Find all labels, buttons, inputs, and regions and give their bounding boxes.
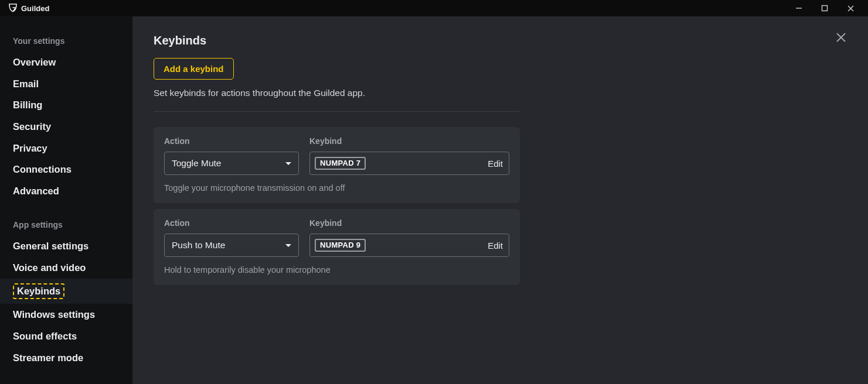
action-label: Action — [164, 136, 299, 146]
page-title: Keybinds — [154, 34, 847, 47]
action-select[interactable]: Push to Mute — [164, 234, 299, 257]
window-maximize-button[interactable] — [812, 0, 838, 16]
sidebar-item-advanced[interactable]: Advanced — [0, 180, 132, 202]
add-keybind-button[interactable]: Add a keybind — [154, 58, 234, 80]
chevron-down-icon — [285, 244, 291, 247]
sidebar-item-connections[interactable]: Connections — [0, 159, 132, 180]
action-label: Action — [164, 218, 299, 228]
guilded-logo-icon — [8, 3, 18, 14]
sidebar-item-label: Email — [13, 78, 39, 89]
keybind-chip: NUMPAD 7 — [315, 157, 366, 170]
sidebar-item-label: Voice and video — [13, 262, 86, 273]
sidebar-item-overview[interactable]: Overview — [0, 52, 132, 73]
sidebar-item-label: General settings — [13, 241, 88, 251]
keybind-description: Hold to temporarily disable your microph… — [164, 265, 509, 275]
sidebar-item-streamer-mode[interactable]: Streamer mode — [0, 347, 132, 369]
keybinds-help-text: Set keybinds for actions throughout the … — [154, 88, 847, 98]
sidebar-item-label: Keybinds — [13, 283, 64, 300]
keybind-label: Keybind — [309, 218, 509, 228]
sidebar-item-label: Sound effects — [13, 331, 77, 341]
sidebar-item-sound-effects[interactable]: Sound effects — [0, 325, 132, 347]
action-select[interactable]: Toggle Mute — [164, 152, 299, 175]
action-select-value: Push to Mute — [172, 240, 225, 251]
divider — [154, 111, 520, 112]
settings-sidebar: Your settings Overview Email Billing Sec… — [0, 16, 132, 384]
sidebar-item-windows-settings[interactable]: Windows settings — [0, 304, 132, 325]
sidebar-item-label: Privacy — [13, 143, 47, 153]
sidebar-item-voice-and-video[interactable]: Voice and video — [0, 257, 132, 279]
keybind-card: Action Push to Mute Keybind NUMPAD 9 Edi… — [154, 209, 520, 285]
keybind-card: Action Toggle Mute Keybind NUMPAD 7 Edit… — [154, 127, 520, 203]
sidebar-item-label: Security — [13, 121, 51, 132]
keybind-chip: NUMPAD 9 — [315, 239, 366, 252]
sidebar-item-label: Windows settings — [13, 309, 95, 320]
titlebar-title: Guilded — [21, 4, 49, 13]
sidebar-item-label: Connections — [13, 164, 72, 174]
sidebar-item-email[interactable]: Email — [0, 73, 132, 95]
keybind-description: Toggle your microphone transmission on a… — [164, 183, 509, 193]
keybind-field[interactable]: NUMPAD 7 Edit — [309, 152, 509, 175]
edit-keybind-button[interactable]: Edit — [488, 159, 503, 169]
edit-keybind-button[interactable]: Edit — [488, 241, 503, 251]
window-minimize-button[interactable] — [786, 0, 812, 16]
keybind-field[interactable]: NUMPAD 9 Edit — [309, 234, 509, 257]
close-settings-button[interactable] — [835, 32, 847, 45]
sidebar-item-privacy[interactable]: Privacy — [0, 138, 132, 159]
sidebar-item-keybinds[interactable]: Keybinds — [0, 279, 132, 304]
sidebar-item-label: Overview — [13, 57, 56, 67]
sidebar-item-general-settings[interactable]: General settings — [0, 235, 132, 257]
sidebar-section-your-settings: Your settings — [0, 28, 132, 52]
svg-rect-1 — [822, 6, 828, 11]
sidebar-item-label: Billing — [13, 100, 42, 110]
keybind-label: Keybind — [309, 136, 509, 146]
sidebar-item-billing[interactable]: Billing — [0, 94, 132, 116]
action-select-value: Toggle Mute — [172, 158, 221, 169]
chevron-down-icon — [285, 162, 291, 165]
sidebar-section-app-settings: App settings — [0, 212, 132, 235]
sidebar-item-security[interactable]: Security — [0, 116, 132, 138]
window-close-button[interactable] — [838, 0, 863, 16]
titlebar: Guilded — [0, 0, 868, 16]
sidebar-item-label: Streamer mode — [13, 352, 83, 363]
settings-main: Keybinds Add a keybind Set keybinds for … — [132, 16, 868, 384]
sidebar-item-label: Advanced — [13, 186, 59, 196]
